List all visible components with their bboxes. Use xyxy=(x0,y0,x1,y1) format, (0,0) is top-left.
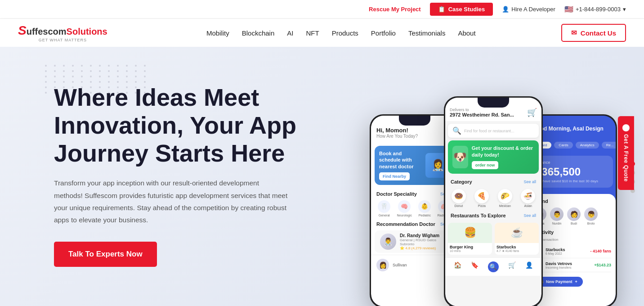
restaurants-title: Restaurants To Explore xyxy=(451,213,506,218)
food-search-placeholder: Find for food or restaurant... xyxy=(464,129,514,133)
nav-link-testimonials[interactable]: Testimonials xyxy=(408,29,446,37)
spec-neurologic-icon: 🧠 xyxy=(398,200,411,213)
doctor-spec: General | RSUD Gatos Subronto xyxy=(400,238,449,246)
order-now-button[interactable]: order now xyxy=(472,161,499,169)
profile-nav-icon[interactable]: 👤 xyxy=(525,261,533,272)
nav-link-ai[interactable]: AI xyxy=(287,29,293,37)
balance-label: Balance xyxy=(536,160,608,165)
burgerking-name: Burger King xyxy=(450,245,490,249)
starbucks-trans-info: Starbucks 6 May 2022 xyxy=(546,248,587,255)
case-studies-label: Case Studies xyxy=(448,6,485,13)
nav-link-blockchain[interactable]: Blockchain xyxy=(242,29,275,37)
send-contact-budi[interactable]: 🧑 Budi xyxy=(567,207,581,225)
send-title: t Send xyxy=(533,198,611,204)
davis-trans-info: Davis Vetrovs Incoming transfers xyxy=(546,261,591,269)
hero-title: Where Ideas Meet Innovation, Your App Jo… xyxy=(54,83,296,167)
asian-icon: 🍜 xyxy=(521,189,535,203)
starbucks-trans-name: Starbucks xyxy=(546,248,587,252)
free-quote-tab[interactable]: Get A Free Quote xyxy=(618,116,634,190)
cart-nav-icon[interactable]: 🛒 xyxy=(508,261,516,272)
spec-pediatric: 👶 Pediatric xyxy=(418,200,431,217)
hero-title-line1: Where Ideas Meet xyxy=(54,84,259,111)
logo-tagline: GET WHAT MATTERS xyxy=(18,38,107,42)
finance-tab-cards[interactable]: Cards xyxy=(554,142,572,148)
contact-us-button[interactable]: ✉ Contact Us xyxy=(561,24,626,42)
send-avatars: 👩 Isyana 👨 Nurdin 🧑 Budi 👦 xyxy=(533,207,611,225)
flag-icon: 🇺🇸 xyxy=(564,5,573,14)
rec-doctor-title: Recommendation Doctor xyxy=(376,221,435,227)
logo-solutions: Solutions xyxy=(67,27,107,37)
nav-link-mobility[interactable]: Mobility xyxy=(206,29,229,37)
starbucks-trans-date: 6 May 2022 xyxy=(546,252,587,255)
doctor-info: Dr. Randy Wigham General | RSUD Gatos Su… xyxy=(400,233,449,250)
donut-label: Donut xyxy=(454,204,463,207)
case-studies-button[interactable]: 📋 Case Studies xyxy=(430,3,493,16)
send-contact-nurdin[interactable]: 👨 Nurdin xyxy=(550,207,564,225)
activity-sub: ech Transaction xyxy=(533,238,611,242)
davis-trans-name: Davis Vetrovs xyxy=(546,261,591,266)
find-nearby-button[interactable]: Find Nearby xyxy=(379,172,410,180)
doctor-name: Dr. Randy Wigham xyxy=(400,233,449,238)
transaction-davis: 💳 Davis Vetrovs Incoming transfers +$143… xyxy=(533,258,611,272)
logo-s: S xyxy=(18,23,27,38)
spec-general-icon: 🦷 xyxy=(378,200,390,213)
starbucks-info: Starbucks 4.7 ★ 4140 fans xyxy=(495,243,539,255)
promo-icon: 🐶 xyxy=(452,146,468,168)
food-cat-pizza: 🍕 Pizza xyxy=(474,189,489,207)
rescue-link[interactable]: Rescue My Project xyxy=(369,6,421,13)
budi-name: Budi xyxy=(571,222,577,225)
phone-notch-left xyxy=(399,116,430,126)
nav-link-nft[interactable]: NFT xyxy=(306,29,319,37)
starbucks-name: Starbucks xyxy=(496,245,537,249)
transaction-starbucks: ☕ Starbucks 6 May 2022 - 4140 fans xyxy=(533,244,611,258)
search-nav-icon[interactable]: 🔍 xyxy=(488,261,499,272)
contact-label: Contact Us xyxy=(581,29,616,37)
nav-link-products[interactable]: Products xyxy=(332,29,358,37)
doctor-greeting: Hi, Momon! xyxy=(376,127,453,134)
phone-number[interactable]: 🇺🇸 +1-844-899-0003 ▾ xyxy=(564,5,626,14)
food-bottom-nav: 🏠 🔖 🔍 🛒 👤 xyxy=(445,257,541,276)
finance-tab-re[interactable]: Re... xyxy=(602,142,616,148)
hero-title-line3: Journey Starts Here xyxy=(54,140,285,166)
hire-developer-link[interactable]: 👤 Hire A Developer xyxy=(502,6,555,13)
hero-section: const dots = document.querySelector('.do… xyxy=(0,47,644,306)
balance-card: Balance $365,500 You have saved $10 in t… xyxy=(531,156,613,188)
delivers-to: Delivers to xyxy=(450,108,514,112)
donut-icon: 🍩 xyxy=(452,189,466,203)
restaurant-burgerking: 🍔 Burger King 10 mins xyxy=(448,223,492,255)
cart-icon[interactable]: 🛒 xyxy=(527,108,537,117)
category-see-all[interactable]: See all xyxy=(523,180,536,184)
pizza-icon: 🍕 xyxy=(474,189,489,203)
burgerking-info: Burger King 10 mins xyxy=(448,243,492,254)
nav-link-portfolio[interactable]: Portfolio xyxy=(371,29,396,37)
broto-name: Broto xyxy=(587,222,595,225)
talk-to-experts-button[interactable]: Talk To Experts Now xyxy=(54,242,157,267)
balance-amount: $365,500 xyxy=(536,166,608,178)
nav-link-about[interactable]: About xyxy=(458,29,475,37)
logo[interactable]: S uffescom Solutions GET WHAT MATTERS xyxy=(18,23,107,42)
restaurants-grid: 🍔 Burger King 10 mins ☕ Starbucks 4.7 ★ … xyxy=(445,220,541,257)
food-search[interactable]: 🔍 Find for food or restaurant... xyxy=(448,124,539,138)
starbucks-img: ☕ xyxy=(495,223,539,243)
spec-general: 🦷 General xyxy=(378,200,390,217)
quote-circle-icon xyxy=(622,124,630,131)
book-card-text: Book and schedule with nearest doctor xyxy=(379,150,422,170)
hero-title-line2: Innovation, Your App xyxy=(54,112,296,139)
davis-trans-date: Incoming transfers xyxy=(546,266,591,269)
finance-tab-analytics[interactable]: Analytics xyxy=(576,142,599,148)
bookmark-nav-icon[interactable]: 🔖 xyxy=(471,261,479,272)
phone-notch-right xyxy=(556,116,588,126)
mexican-icon: 🌮 xyxy=(498,189,512,203)
category-title: Category xyxy=(451,179,472,184)
spec-pediatric-label: Pediatric xyxy=(419,214,431,217)
restaurants-see-all[interactable]: See all xyxy=(523,213,536,218)
plus-icon: + xyxy=(575,279,577,284)
send-contact-broto[interactable]: 👦 Broto xyxy=(584,207,598,225)
phone-notch-center xyxy=(478,98,509,108)
doctor-rating: ⭐ 4.8 (4,279 reviews) xyxy=(400,246,449,250)
home-nav-icon[interactable]: 🏠 xyxy=(454,261,461,272)
asian-label: Asian xyxy=(524,204,532,207)
pizza-label: Pizza xyxy=(478,204,486,207)
patient-avatar: 👩 xyxy=(376,259,389,271)
nurdin-avatar: 👨 xyxy=(550,207,564,221)
